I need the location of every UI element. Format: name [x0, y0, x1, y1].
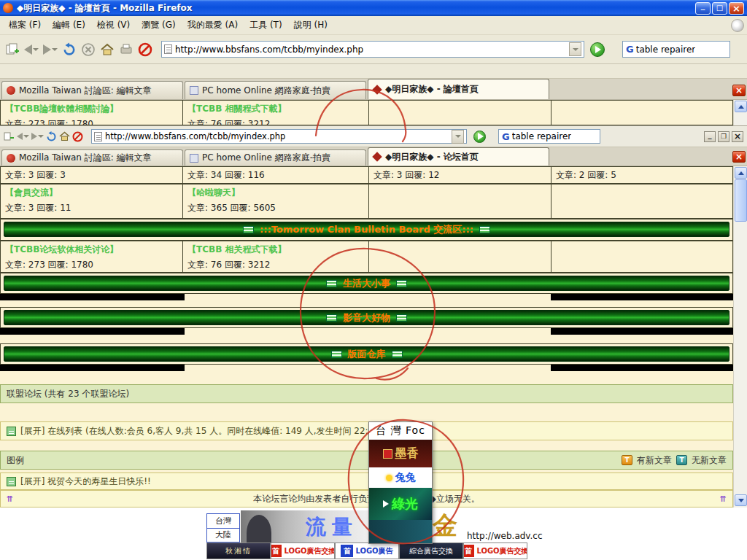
forum-link[interactable]: 【TCBB 相关程式下载】: [187, 244, 364, 256]
ad-taiwan-china[interactable]: 台灣 大陸: [206, 513, 240, 542]
inner-address-text[interactable]: http://www.bbsfans.com/tcbb/myindex.php: [105, 131, 452, 141]
back-to-top-icon[interactable]: [720, 494, 727, 504]
category-banner-archive[interactable]: 版面仓库: [4, 346, 729, 362]
forum-category-row: 【TCBB论坛软体相关讨论】 文章: 273 回覆: 1780 【TCBB 相关…: [0, 241, 733, 273]
online-list-text[interactable]: [展开] 在线列表 (在线人数:会员 6,客人 9,共 15 人。同时在线峰值:…: [20, 425, 383, 438]
ad-banner-text: LOGO廣告: [355, 546, 392, 556]
home-button[interactable]: [98, 39, 116, 60]
menu-file[interactable]: 檔案 (F): [3, 17, 47, 34]
forum-link[interactable]: 【會員交流】: [5, 187, 178, 199]
menu-bookmarks[interactable]: 我的最愛 (A): [182, 17, 244, 34]
search-text[interactable]: table repairer: [636, 44, 696, 55]
tab-family-forum[interactable]: ◆明日家族◆ - 論壇首頁: [368, 79, 549, 99]
forward-button[interactable]: [42, 39, 59, 60]
category-banner-life[interactable]: 生活大小事: [4, 276, 729, 291]
scroll-up-icon[interactable]: [735, 101, 747, 112]
inner-close-tab-button[interactable]: [732, 151, 746, 163]
inner-back-button[interactable]: [17, 130, 29, 143]
inner-home-button[interactable]: [59, 130, 70, 143]
inner-address-bar[interactable]: http://www.bbsfans.com/tcbb/myindex.php: [91, 129, 467, 144]
forum-stats: 文章: 3 回覆: 12: [369, 167, 551, 183]
menu-tools[interactable]: 工具 (T): [244, 17, 288, 34]
inner-close-button[interactable]: [732, 131, 743, 142]
inner-tab-mozilla-taiwan[interactable]: Mozilla Taiwan 討論區: 編輯文章: [1, 149, 183, 166]
popup-item-tutu[interactable]: 兔兔: [369, 467, 432, 488]
popup-item-moxiang[interactable]: 墨香: [369, 440, 432, 467]
ad-taiwan-label: 台灣: [207, 514, 239, 529]
forum-link[interactable]: 【TCBB論壇軟體相關討論】: [5, 103, 178, 115]
inner-forward-button[interactable]: [31, 130, 44, 143]
forum-link[interactable]: 【TCBB论坛软体相关讨论】: [5, 244, 178, 256]
ad-banner[interactable]: 首LOGO廣告交換: [271, 542, 335, 559]
forum-link[interactable]: 【哈啦聊天】: [187, 187, 364, 199]
inner-search-box[interactable]: table repairer: [498, 129, 600, 144]
tab-pchome[interactable]: PC home Online 網路家庭-拍賣: [185, 81, 366, 99]
address-bar[interactable]: http://www.bbsfans.com/tcbb/myindex.php: [161, 41, 584, 58]
popup-item-partial[interactable]: [369, 520, 432, 543]
back-button[interactable]: [23, 39, 40, 60]
inner-address-dropdown-icon[interactable]: [452, 130, 464, 144]
menu-help[interactable]: 說明 (H): [288, 17, 333, 34]
collapsed-row-bar: [551, 365, 733, 371]
ad-banner[interactable]: 首LOGO廣告交換: [463, 542, 527, 559]
search-box[interactable]: table repairer: [622, 41, 730, 58]
ad-banner[interactable]: 秋湘情: [206, 542, 271, 559]
ad-traffic-banner[interactable]: 流量: [241, 510, 368, 542]
minimize-button[interactable]: [695, 2, 711, 15]
reload-button[interactable]: [61, 39, 78, 60]
ad-china-label: 大陸: [207, 529, 239, 542]
birthday-text[interactable]: [展开] 祝贺今天的寿星生日快乐!!: [20, 475, 151, 488]
ad-banner[interactable]: 綜合廣告交換: [399, 542, 463, 559]
new-posts-icon: [622, 455, 632, 465]
scroll-down-icon[interactable]: [735, 494, 747, 506]
inner-go-button[interactable]: [473, 131, 486, 143]
banner-title: :::Tomorrow Clan Bulletin Board 交流区:::: [260, 223, 473, 236]
scrollbar-thumb[interactable]: [735, 179, 747, 222]
category-banner-media[interactable]: 影音大好物: [4, 310, 729, 325]
menu-view[interactable]: 檢視 (V): [91, 17, 136, 34]
menu-go[interactable]: 瀏覽 (G): [136, 17, 181, 34]
banner-icon: [396, 280, 407, 287]
expand-icon[interactable]: [7, 477, 16, 486]
forum-stats-row: 文章: 3 回覆: 3 文章: 34 回覆: 116 文章: 3 回覆: 12 …: [0, 166, 733, 184]
new-tab-icon[interactable]: [4, 39, 21, 60]
inner-restore-button[interactable]: [718, 131, 729, 142]
back-to-top-icon[interactable]: [7, 494, 13, 504]
expand-icon[interactable]: [7, 427, 16, 436]
ad-banner[interactable]: 首LOGO廣告: [335, 542, 399, 559]
inner-search-text[interactable]: table repairer: [512, 131, 572, 141]
page-icon: [164, 44, 172, 54]
popup-item-lvguang[interactable]: 綠光: [369, 488, 432, 520]
category-banner-main[interactable]: :::Tomorrow Clan Bulletin Board 交流区:::: [4, 222, 729, 237]
window-title: ◆明日家族◆ - 論壇首頁 - Mozilla Firefox: [17, 2, 695, 15]
outer-scrollbar[interactable]: [733, 100, 747, 125]
inner-new-tab-icon[interactable]: [4, 130, 15, 143]
pchome-icon: [190, 86, 198, 95]
forum-link[interactable]: 【TCBB 相關程式下載】: [187, 103, 364, 115]
maximize-button[interactable]: [712, 2, 727, 15]
inner-minimize-button[interactable]: [704, 131, 716, 142]
go-button[interactable]: [590, 42, 605, 57]
close-button[interactable]: [729, 2, 744, 15]
address-dropdown-icon[interactable]: [569, 42, 581, 56]
new-posts-label: 有新文章: [637, 454, 672, 467]
tab-mozilla-taiwan[interactable]: Mozilla Taiwan 討論區: 編輯文章: [1, 81, 183, 99]
ad-url-link[interactable]: http://web.adv.cc: [467, 531, 543, 541]
print-icon[interactable]: [117, 39, 135, 60]
inner-tab-family-forum[interactable]: ◆明日家族◆ - 论坛首页: [368, 147, 549, 166]
forum-stats: 文章: 365 回覆: 5605: [187, 202, 364, 214]
popup-item-taiwan-foc[interactable]: 台 灣 Foc: [369, 422, 432, 440]
banner-title: 影音大好物: [343, 311, 390, 324]
inner-reload-button[interactable]: [46, 130, 57, 143]
forum-category-row-outer: 【TCBB論壇軟體相關討論】 文章: 273 回覆: 1780 【TCBB 相關…: [0, 100, 733, 125]
address-text[interactable]: http://www.bbsfans.com/tcbb/myindex.php: [175, 44, 569, 55]
content-scrollbar[interactable]: [733, 166, 747, 508]
popup-item-label: 台 灣 Foc: [376, 424, 425, 438]
close-tab-button[interactable]: [732, 85, 746, 96]
menu-edit[interactable]: 編輯 (E): [47, 17, 91, 34]
inner-block-popup-icon[interactable]: [72, 130, 83, 143]
block-popup-icon[interactable]: [136, 39, 154, 60]
stop-button[interactable]: [80, 39, 97, 60]
inner-tab-pchome[interactable]: PC home Online 網路家庭-拍賣: [185, 149, 366, 166]
scroll-up-icon[interactable]: [735, 167, 747, 179]
